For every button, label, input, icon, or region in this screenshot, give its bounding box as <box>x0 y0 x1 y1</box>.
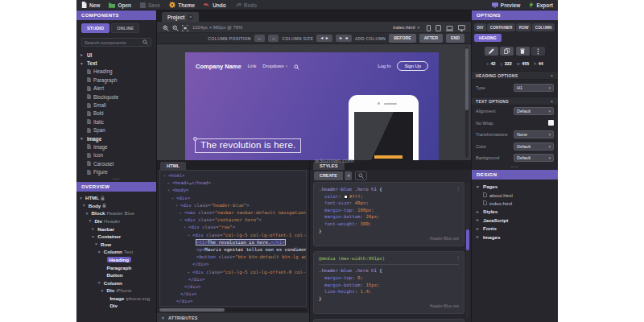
design-item-fonts[interactable]: ▸Fonts <box>472 224 558 232</box>
alignment-select[interactable]: Default▾ <box>514 107 554 115</box>
horizontal-scrollbar[interactable] <box>159 308 307 312</box>
tab-container[interactable]: CONTAINER <box>487 23 515 31</box>
preview-nav-dropdown[interactable]: Dropdown▾ <box>262 64 287 68</box>
code-line[interactable]: ▸<nav class="navbar navbar-default navig… <box>162 209 306 217</box>
section-header-text-options[interactable]: TEXT OPTIONS▲ <box>472 97 558 105</box>
export-button[interactable]: Export <box>529 2 553 8</box>
css-rule-card[interactable]: ⋮h1 {margin: .67em 0;font-size: 2em; <box>313 319 464 322</box>
chevron-down-icon[interactable]: ▾ <box>98 250 102 254</box>
move-column-left-button[interactable]: ← <box>254 35 265 42</box>
component-item-paragraph[interactable]: Paragraph <box>76 76 156 84</box>
code-line[interactable]: ▾<html> <box>162 172 306 180</box>
canvas-scrollbar[interactable] <box>465 47 469 158</box>
chevron-down-icon[interactable]: ▾ <box>92 234 96 239</box>
overview-node-paragraph[interactable]: Paragraph <box>76 263 156 271</box>
component-item-figure[interactable]: Figure <box>76 167 156 175</box>
tab-heading-active[interactable]: HEADING <box>474 34 502 42</box>
close-icon[interactable]: × <box>188 14 193 20</box>
styles-search-button[interactable] <box>355 171 367 180</box>
design-item-javascript[interactable]: ▸JavaScript <box>472 216 558 224</box>
tab-online[interactable]: ONLINE <box>111 23 139 33</box>
code-line[interactable]: </div> <box>162 283 306 291</box>
code-line[interactable]: </div> <box>162 261 306 268</box>
fit-screen-icon[interactable] <box>182 20 188 35</box>
design-item-images[interactable]: ▸Images <box>472 233 558 241</box>
chevron-down-icon[interactable]: ▾ <box>80 61 85 66</box>
overview-node-heading[interactable]: Heading <box>76 256 156 264</box>
color-swatch[interactable] <box>344 195 348 199</box>
chevron-down-icon[interactable]: ▾ <box>101 288 105 293</box>
overview-node-div-iphone[interactable]: ▾DiviPhone <box>76 287 156 295</box>
panel-resize-handle[interactable]: ••• <box>472 164 558 170</box>
chevron-right-icon[interactable]: ▸ <box>477 217 481 222</box>
html-code-tree[interactable]: ▾<html>▸<head>…</head>▾<body>▾<div>▾<div… <box>159 170 307 307</box>
zoom-in-icon[interactable] <box>163 20 169 35</box>
code-line[interactable]: ▸<div class="col-lg-5 col-lg-offset-0 co… <box>162 269 306 276</box>
code-line[interactable]: </div> <box>162 291 306 298</box>
create-dropdown-caret[interactable]: ▾ <box>345 171 353 180</box>
preview-search-icon[interactable] <box>294 59 299 73</box>
component-item-alert[interactable]: Alert <box>76 85 156 93</box>
code-line[interactable]: <p>Mauris egestas tellus non ex condimen… <box>162 246 306 254</box>
styles-scrollbar[interactable] <box>466 183 469 319</box>
overview-node-div[interactable]: Div <box>76 302 156 310</box>
page-preview-hero[interactable]: Company Name LinkDropdown▾ Log In Sign U… <box>185 52 439 160</box>
shrink-column-button[interactable]: ► ◄ <box>336 35 352 42</box>
code-line[interactable]: ▾<div class="row"> <box>162 224 306 231</box>
chevron-up-icon[interactable]: ▲ <box>550 99 554 103</box>
chevron-down-icon[interactable]: ▾ <box>80 136 85 141</box>
component-item-heading[interactable]: Heading <box>76 68 156 76</box>
background-select[interactable]: Default▾ <box>514 154 554 162</box>
overview-node-body[interactable]: ▾Body <box>76 201 156 209</box>
chevron-right-icon[interactable]: ▸ <box>80 52 85 57</box>
chevron-down-icon[interactable]: ▾ <box>98 280 102 285</box>
expand-column-button[interactable]: ◄ ► <box>316 35 332 42</box>
component-item-blockquote[interactable]: Blockquote <box>76 93 156 101</box>
overview-node-div-header[interactable]: ▾DivHeader <box>76 217 156 225</box>
component-group-text[interactable]: ▾Text <box>76 59 156 67</box>
theme-button[interactable]: Theme <box>169 2 195 8</box>
component-item-image[interactable]: Image <box>76 142 156 151</box>
css-rule-card[interactable]: ⋮.header-blue .hero h1 {color: #fff;font… <box>313 182 464 246</box>
preview-brand[interactable]: Company Name <box>196 63 242 70</box>
chevron-down-icon[interactable]: ▾ <box>83 203 87 208</box>
selection-handle[interactable] <box>193 137 197 141</box>
selected-code-node[interactable]: <h1>The revolution is here.</h1> <box>196 240 285 245</box>
code-line[interactable]: ▾<div class="col-lg-5 col-lg-offset-1 co… <box>162 232 306 239</box>
overview-node-navbar[interactable]: ▸Navbar <box>76 225 156 233</box>
laptop-icon[interactable] <box>446 20 453 35</box>
component-group-ui[interactable]: ▸UI <box>76 51 156 59</box>
kebab-menu-icon[interactable]: ⋮ <box>456 254 460 262</box>
overview-node-block-header-blue[interactable]: ▾BlockHeader Blue <box>76 209 156 217</box>
add-column-before-button[interactable]: BEFORE <box>389 34 416 42</box>
design-item-styles[interactable]: ▸Styles <box>472 208 558 216</box>
selected-heading-element[interactable]: The revolution is here. <box>195 138 301 153</box>
undo-button[interactable]: Undo <box>204 2 226 8</box>
chevron-right-icon[interactable]: ▸ <box>477 209 481 214</box>
move-column-right-button[interactable]: → <box>268 35 279 42</box>
component-item-small[interactable]: Small <box>76 101 156 109</box>
preview-signup-button[interactable]: Sign Up <box>397 61 428 71</box>
code-line[interactable]: ▾<div class="header-blue"> <box>162 202 306 209</box>
tablet-icon[interactable] <box>436 20 441 35</box>
preview-button[interactable]: Preview <box>492 2 521 8</box>
panel-resize-handle[interactable]: ••• <box>76 176 156 182</box>
tab-row[interactable]: ROW <box>516 23 530 31</box>
code-line[interactable]: <h1>The revolution is here.</h1> <box>162 239 306 246</box>
code-line[interactable]: <button class="btn btn-default btn-lg ac… <box>162 254 306 261</box>
component-item-icon[interactable]: Icon <box>76 151 156 159</box>
design-item-about-html[interactable]: about.html <box>472 191 558 199</box>
overview-node-column-text[interactable]: ▾ColumnText <box>76 248 156 256</box>
tab-div[interactable]: DIV <box>474 23 486 31</box>
delete-button[interactable] <box>516 47 530 56</box>
code-line[interactable]: ▸<head>…</head> <box>162 180 306 187</box>
chevron-down-icon[interactable]: ▾ <box>86 211 90 216</box>
new-button[interactable]: New <box>81 2 100 8</box>
preview-nav-link[interactable]: Link <box>248 64 257 68</box>
overview-node-html[interactable]: ▾HTML <box>76 194 156 202</box>
code-line[interactable]: </div> <box>162 276 306 283</box>
chevron-down-icon[interactable]: ▾ <box>95 242 99 246</box>
overview-node-row[interactable]: ▾Row <box>76 240 156 248</box>
open-button[interactable]: Open <box>109 2 131 8</box>
design-item-pages[interactable]: ▾Pages <box>472 183 558 191</box>
